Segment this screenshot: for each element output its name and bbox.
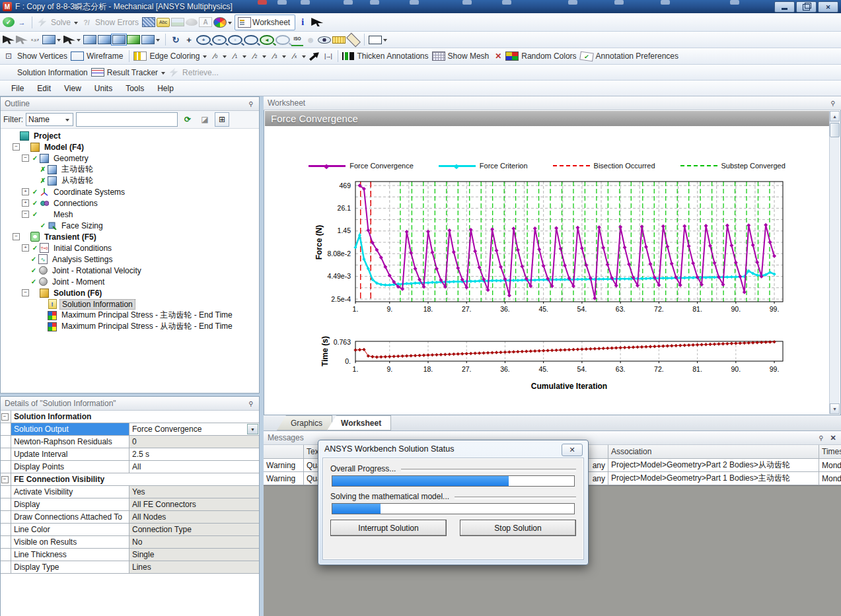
chevron-down-icon[interactable] — [74, 22, 78, 26]
tree-item[interactable]: +✓T=0Initial Conditions — [1, 242, 259, 254]
wireframe-icon[interactable] — [71, 51, 84, 61]
tree-item[interactable]: −Transient (F5) — [1, 231, 259, 242]
annotation-preferences-icon[interactable]: ✓ — [579, 51, 594, 61]
menu-units[interactable]: Units — [89, 83, 118, 94]
menu-tools[interactable]: Tools — [120, 83, 150, 94]
chevron-down-icon[interactable] — [57, 39, 61, 44]
show-vertices-label[interactable]: Show Vertices — [17, 51, 67, 61]
thicken-annotations-label[interactable]: Thicken Annotations — [357, 51, 428, 61]
tree-item[interactable]: −✓Mesh — [1, 209, 259, 220]
scroll-up-icon[interactable]: ▲ — [830, 111, 840, 121]
collapse-icon[interactable]: − — [22, 289, 29, 296]
tree-item[interactable]: Project — [1, 130, 259, 141]
random-colors-label[interactable]: Random Colors — [521, 51, 576, 61]
edge-coloring-icon[interactable] — [133, 51, 147, 61]
details-group-row[interactable]: −Solution Information — [1, 411, 259, 423]
thicken-annotations-icon[interactable] — [342, 52, 354, 60]
chevron-down-icon[interactable] — [77, 39, 81, 44]
chevron-down-icon[interactable] — [203, 55, 207, 60]
solution-information-button[interactable] — [3, 67, 15, 79]
dialog-close-button[interactable]: ✕ — [562, 444, 583, 456]
property-value[interactable]: All — [129, 461, 259, 473]
details-property-row[interactable]: Update Interval2.5 s — [1, 448, 259, 461]
viewport-layout-icon[interactable] — [369, 36, 382, 44]
label-select-icon[interactable] — [3, 36, 15, 44]
chevron-down-icon[interactable] — [161, 72, 165, 77]
result-tracker-icon[interactable] — [91, 68, 104, 77]
property-value[interactable]: Force Convergence▼ — [129, 423, 259, 435]
details-property-row[interactable]: Display PointsAll — [1, 461, 259, 473]
property-value[interactable]: All FE Connectors — [129, 498, 259, 510]
collapse-icon[interactable]: − — [13, 233, 20, 240]
menu-edit[interactable]: Edit — [31, 83, 57, 94]
chevron-down-icon[interactable] — [223, 55, 227, 60]
details-property-row[interactable]: Draw Connections Attached ToAll Nodes — [1, 511, 259, 524]
tree-item[interactable]: Maximum Principal Stress - 从动齿轮 - End Ti… — [1, 321, 259, 332]
pin-icon[interactable]: ⚲ — [829, 99, 837, 107]
worksheet-toggle-button[interactable]: Worksheet — [235, 15, 295, 30]
property-value[interactable]: Yes — [129, 486, 259, 498]
edge-direction-x-icon[interactable]: ∕x — [289, 50, 301, 62]
scroll-down-icon[interactable]: ▼ — [830, 403, 840, 414]
zoom-fit-icon[interactable]: ◂ — [260, 35, 274, 45]
show-errors-icon[interactable]: ?/ — [81, 17, 92, 28]
pin-icon[interactable]: ⚲ — [247, 100, 255, 108]
details-property-row[interactable]: Visible on ResultsNo — [1, 536, 259, 549]
collapse-icon[interactable]: − — [1, 411, 11, 423]
zoom-in-icon[interactable]: + — [196, 35, 211, 45]
edge-gap-icon[interactable]: |→| — [322, 50, 334, 62]
tree-item[interactable]: ✓Joint - Rotational Velocity — [1, 265, 259, 276]
show-errors-label[interactable]: Show Errors — [95, 18, 139, 27]
retrieve-icon[interactable] — [168, 68, 180, 77]
collapse-icon[interactable]: − — [22, 211, 29, 218]
menu-file[interactable]: File — [5, 83, 30, 94]
pan-icon[interactable]: + — [183, 34, 195, 46]
details-property-row[interactable]: Line ThicknessSingle — [1, 549, 259, 561]
solve-status-ok-icon[interactable]: ✓ — [3, 17, 15, 27]
chevron-down-icon[interactable] — [242, 55, 246, 60]
info-icon[interactable]: i — [297, 17, 309, 28]
property-value[interactable]: No — [129, 536, 259, 548]
expand-icon[interactable]: + — [22, 199, 29, 207]
close-button[interactable]: ✕ — [818, 1, 838, 13]
pointer-mode-icon[interactable] — [63, 36, 75, 44]
ruler-icon[interactable] — [332, 36, 346, 44]
scrollbar-thumb[interactable] — [830, 123, 840, 137]
column-header[interactable]: Timestamp — [819, 445, 841, 458]
show-vertices-icon[interactable]: ⊡ — [3, 50, 15, 62]
tree-item[interactable]: Maximum Principal Stress - 主动齿轮 - End Ti… — [1, 310, 259, 321]
tree-item[interactable]: ✗从动齿轮 — [1, 175, 259, 186]
edge-direction-3-icon[interactable]: ∕3 — [269, 50, 281, 62]
text-annotation-icon[interactable]: A — [199, 17, 212, 27]
solution-information-button[interactable]: Solution Information — [17, 68, 88, 77]
property-value[interactable]: 0 — [129, 436, 259, 448]
edge-filter-icon[interactable] — [98, 35, 111, 44]
property-value[interactable]: All Nodes — [129, 511, 259, 523]
color-wheel-icon[interactable] — [213, 17, 227, 28]
expand-all-icon[interactable]: ⊞ — [215, 112, 229, 127]
remote-solve-icon[interactable]: → — [16, 17, 28, 28]
look-at-icon[interactable]: ☻ — [305, 34, 316, 46]
vertex-filter-icon[interactable] — [83, 35, 96, 44]
column-header[interactable] — [264, 445, 304, 458]
annotation-preferences-label[interactable]: Annotation Preferences — [596, 51, 678, 61]
tag-icon[interactable] — [346, 32, 361, 47]
tree-item[interactable]: !Solution Information — [1, 298, 259, 310]
tree-item[interactable]: ✓∿Analysis Settings — [1, 254, 259, 265]
tree-item[interactable]: ✗主动齿轮 — [1, 164, 259, 175]
box-select-icon[interactable] — [42, 35, 55, 44]
show-mesh-icon[interactable] — [432, 51, 445, 61]
solve-lightning-label[interactable]: Solve — [51, 18, 71, 27]
solve-lightning-icon[interactable] — [36, 18, 48, 27]
property-value[interactable]: Connection Type — [129, 524, 259, 535]
column-header[interactable]: Association — [608, 445, 819, 458]
clear-filter-icon[interactable]: ◪ — [198, 112, 212, 127]
direction-arrow-icon[interactable] — [308, 50, 322, 63]
collapse-icon[interactable]: − — [1, 473, 11, 485]
viewport-icon[interactable] — [318, 36, 331, 44]
filter-input[interactable] — [76, 112, 178, 127]
tree-item[interactable]: −✓Geometry — [1, 153, 259, 164]
direction-select-icon[interactable] — [16, 36, 28, 44]
face-filter-icon[interactable] — [112, 35, 126, 44]
cursor-arrow-icon[interactable] — [311, 18, 323, 26]
